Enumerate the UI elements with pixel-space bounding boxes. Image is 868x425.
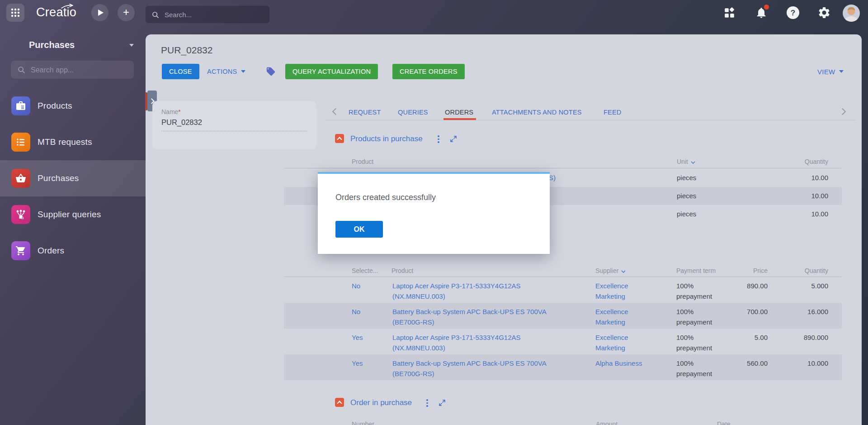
app-search[interactable]	[11, 61, 134, 79]
workplace-caret-icon[interactable]	[129, 44, 134, 47]
briefcase-icon	[11, 96, 30, 115]
price-cell: 5.00	[713, 329, 768, 343]
workplace-title[interactable]: Purchases	[29, 40, 75, 50]
close-button[interactable]: CLOSE	[162, 64, 199, 79]
column-header-unit[interactable]: Unit	[677, 158, 695, 165]
sidebar-item-purchases[interactable]: Purchases	[0, 160, 146, 196]
app-search-input[interactable]	[30, 66, 118, 74]
column-header-number: Number	[352, 420, 374, 425]
tag-icon[interactable]	[266, 67, 276, 76]
selected-cell[interactable]: No	[352, 277, 360, 291]
unit-cell: pieces	[677, 169, 696, 187]
unit-cell: pieces	[677, 205, 696, 223]
search-icon	[151, 11, 159, 19]
column-header-quantity: Quantity	[774, 158, 828, 165]
table-row[interactable]: Yes Battery Back-up System APC Back-UPS …	[284, 354, 842, 380]
chevron-up-icon	[337, 401, 342, 406]
column-header-price: Price	[713, 267, 768, 274]
order-section-collapse-button[interactable]	[335, 398, 344, 407]
actions-button[interactable]: ACTIONS	[207, 64, 245, 79]
quantity-cell: 10.00	[774, 169, 828, 187]
product-link[interactable]: Laptop Acer Aspire P3-171-5333Y4G12AS (N…	[392, 329, 566, 353]
column-header-payment-term: Payment term	[676, 267, 716, 274]
sidebar-item-label: Purchases	[38, 173, 79, 183]
column-header-supplier[interactable]: Supplier	[595, 267, 626, 274]
name-field-label: Name*	[161, 108, 181, 115]
chevron-down-icon	[241, 70, 245, 73]
basket-icon	[11, 169, 30, 188]
product-link[interactable]: Battery Back-up System APC Back-UPS ES 7…	[392, 303, 566, 327]
view-button[interactable]: VIEW	[817, 64, 844, 79]
dialog-message: Orders created successfully	[335, 193, 436, 202]
query-actualization-button[interactable]: QUERY ACTUALIZATION	[285, 64, 378, 79]
sidebar-item-mtb-requests[interactable]: MTB requests	[0, 124, 146, 160]
app-launcher-button[interactable]	[6, 4, 24, 22]
search-icon	[17, 66, 25, 74]
product-link[interactable]: Battery Back-up System APC Back-UPS ES 7…	[392, 354, 566, 379]
sidebar-item-orders[interactable]: Orders	[0, 233, 146, 269]
tab-queries[interactable]: QUERIES	[398, 109, 428, 116]
supplier-link[interactable]: Excellence Marketing	[595, 277, 659, 301]
name-field-underline	[161, 131, 307, 131]
supplier-link[interactable]: Alpha Business	[595, 354, 659, 368]
products-section-title[interactable]: Products in purchase	[350, 134, 423, 143]
chevron-up-icon	[337, 137, 342, 142]
selected-cell[interactable]: No	[352, 303, 360, 317]
name-field-value[interactable]: PUR_02832	[161, 118, 202, 127]
table-row[interactable]: Yes Laptop Acer Aspire P3-171-5333Y4G12A…	[284, 329, 842, 354]
order-section-expand-icon[interactable]	[438, 399, 446, 407]
order-section-title[interactable]: Order in purchase	[350, 398, 412, 407]
user-avatar[interactable]	[843, 5, 860, 22]
workplace-tiles-icon[interactable]	[724, 7, 736, 19]
settings-gear-icon[interactable]	[817, 6, 831, 19]
run-process-button[interactable]	[91, 4, 108, 21]
tab-orders[interactable]: ORDERS	[445, 109, 473, 116]
help-icon[interactable]: ?	[786, 6, 800, 19]
quantity-cell: 5.000	[774, 277, 828, 291]
name-label-text: Name	[161, 108, 178, 115]
quantity-cell: 16.000	[774, 303, 828, 317]
products-section-collapse-button[interactable]	[335, 134, 344, 143]
products-section-expand-icon[interactable]	[449, 135, 458, 143]
price-cell: 890.00	[713, 277, 768, 291]
sidebar-item-supplier-queries[interactable]: Supplier queries	[0, 196, 146, 233]
sort-chevron-icon	[621, 270, 626, 273]
sidebar-item-label: Products	[38, 101, 72, 111]
column-header-date: Date	[717, 420, 731, 425]
create-orders-button[interactable]: CREATE ORDERS	[392, 64, 465, 79]
supplier-link[interactable]: Excellence Marketing	[595, 329, 659, 353]
sidebar-item-products[interactable]: Products	[0, 88, 146, 124]
table-row[interactable]: No Laptop Acer Aspire P3-171-5333Y4G12AS…	[284, 277, 842, 303]
orders-created-dialog: Orders created successfully OK	[318, 172, 550, 254]
quantity-cell: 10.000	[774, 354, 828, 368]
supplier-link[interactable]: Excellence Marketing	[595, 303, 659, 327]
global-search[interactable]	[146, 6, 269, 23]
tabs-divider	[326, 120, 856, 120]
grid-icon	[10, 8, 20, 18]
table-row[interactable]: No Battery Back-up System APC Back-UPS E…	[284, 303, 842, 329]
selected-cell[interactable]: Yes	[352, 354, 363, 368]
column-header-quantity: Quantity	[774, 267, 828, 274]
sidebar-item-label: Supplier queries	[38, 210, 101, 220]
sidebar-item-label: Orders	[38, 246, 64, 256]
tab-feed[interactable]: FEED	[604, 109, 621, 116]
required-asterisk: *	[178, 108, 180, 115]
global-search-input[interactable]	[164, 10, 251, 19]
product-link[interactable]: Laptop Acer Aspire P3-171-5333Y4G12AS (N…	[392, 277, 566, 301]
add-record-button[interactable]: +	[118, 4, 135, 21]
price-cell: 700.00	[713, 303, 768, 317]
plus-icon: +	[123, 7, 129, 18]
tab-attachments-and-notes[interactable]: ATTACHMENTS AND NOTES	[492, 109, 582, 116]
actions-label: ACTIONS	[207, 68, 237, 75]
supplier-network-icon	[11, 205, 30, 224]
price-cell: 560.00	[713, 354, 768, 368]
notification-badge	[764, 5, 769, 10]
logo-swoosh-icon	[61, 4, 74, 9]
column-header-product: Product	[352, 158, 373, 165]
selected-cell[interactable]: Yes	[352, 329, 363, 343]
products-section-menu-icon[interactable]	[437, 134, 440, 144]
svg-text:?: ?	[791, 9, 795, 17]
order-section-menu-icon[interactable]	[425, 398, 429, 408]
tab-request[interactable]: REQUEST	[349, 109, 381, 116]
ok-button[interactable]: OK	[335, 221, 383, 238]
